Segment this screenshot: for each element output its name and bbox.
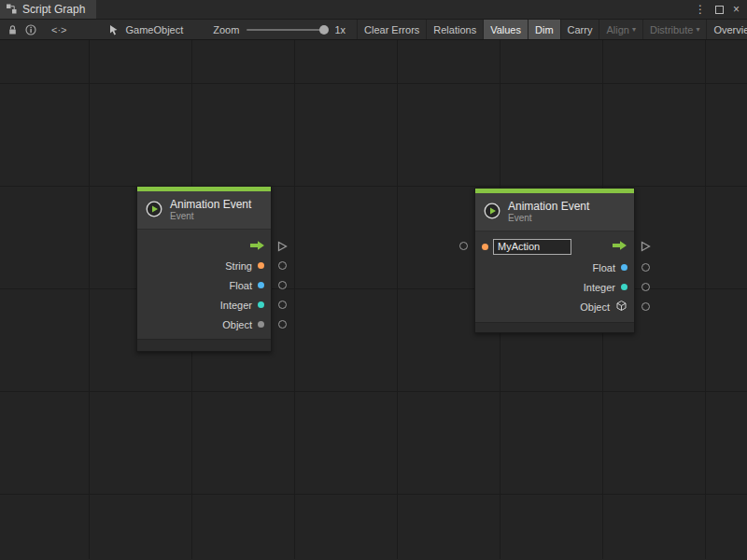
flow-output-port[interactable] — [276, 241, 288, 254]
port-row-string: String — [137, 256, 271, 275]
graph-icon — [6, 3, 17, 17]
float-port-dot — [621, 264, 627, 271]
dim-button[interactable]: Dim — [528, 20, 560, 39]
code-icon[interactable]: <·> — [51, 24, 67, 35]
object-output-port[interactable] — [278, 320, 287, 329]
graph-canvas[interactable]: Animation Event Event String Float — [0, 40, 747, 559]
integer-output-port[interactable] — [278, 301, 287, 309]
node-animation-event-2[interactable]: Animation Event Event Float — [474, 188, 635, 333]
integer-port-dot — [621, 284, 627, 290]
zoom-slider[interactable] — [247, 29, 327, 31]
cube-icon — [615, 300, 627, 314]
close-icon[interactable]: × — [733, 4, 740, 15]
flow-output-port[interactable] — [640, 241, 651, 254]
clear-errors-button[interactable]: Clear Errors — [357, 20, 426, 39]
flow-arrow-icon — [249, 240, 265, 253]
titlebar: Script Graph ⋮ × — [0, 0, 747, 20]
titlebar-spacer — [96, 0, 687, 19]
chevron-down-icon: ▾ — [632, 25, 636, 34]
tab-script-graph[interactable]: Script Graph — [0, 0, 96, 19]
align-button[interactable]: Align▾ — [599, 20, 641, 39]
integer-port-dot — [258, 301, 264, 308]
gameobject-icon — [108, 24, 119, 35]
flow-arrow-icon — [612, 240, 627, 253]
values-button[interactable]: Values — [483, 20, 528, 39]
node-subtitle: Event — [170, 211, 251, 222]
integer-output-port[interactable] — [641, 283, 650, 291]
zoom-value: 1x — [334, 24, 345, 35]
float-port-dot — [258, 282, 264, 288]
info-icon[interactable] — [25, 24, 36, 35]
string-output-port[interactable] — [278, 261, 287, 270]
port-row-float: Float — [475, 258, 634, 277]
node-subtitle: Event — [508, 213, 589, 224]
toolbar-buttons: Clear Errors Relations Values Dim Carry … — [357, 20, 747, 39]
carry-button[interactable]: Carry — [560, 20, 599, 39]
overview-button[interactable]: Overview — [706, 20, 747, 39]
chevron-down-icon: ▾ — [696, 25, 699, 34]
maximize-icon[interactable] — [715, 6, 724, 14]
node-body: String Float Integer Object — [137, 230, 271, 339]
port-row-integer: Integer — [137, 295, 271, 315]
node-footer — [137, 339, 271, 351]
zoom-label: Zoom — [213, 24, 239, 35]
float-output-port[interactable] — [278, 281, 287, 289]
string-port-dot — [482, 244, 488, 250]
node-header[interactable]: Animation Event Event — [137, 191, 271, 230]
node-animation-event-1[interactable]: Animation Event Event String Float — [136, 186, 272, 352]
name-input-row — [475, 235, 634, 258]
gameobject-label[interactable]: GameObject — [126, 24, 184, 35]
play-icon — [146, 201, 162, 219]
zoom-slider-knob[interactable] — [319, 25, 329, 35]
object-output-port[interactable] — [641, 302, 650, 311]
lock-icon[interactable] — [7, 24, 18, 35]
play-icon — [484, 203, 500, 221]
port-row-integer: Integer — [475, 277, 634, 297]
name-input-port[interactable] — [459, 242, 468, 250]
port-row-object: Object — [475, 297, 634, 316]
float-output-port[interactable] — [641, 263, 650, 272]
distribute-button[interactable]: Distribute▾ — [642, 20, 706, 39]
port-row-object: Object — [137, 315, 271, 334]
graph-toolbar: <·> GameObject Zoom 1x Clear Errors Rela… — [0, 20, 747, 40]
object-port-dot — [258, 321, 264, 328]
node-body: Float Integer Object — [475, 231, 634, 322]
kebab-menu-icon[interactable]: ⋮ — [695, 4, 706, 15]
tab-title: Script Graph — [22, 3, 85, 16]
node-title: Animation Event — [170, 198, 251, 211]
event-name-input[interactable] — [493, 239, 571, 255]
node-header[interactable]: Animation Event Event — [475, 193, 634, 231]
flow-output-row — [137, 236, 271, 256]
node-title: Animation Event — [508, 200, 589, 213]
string-port-dot — [258, 262, 264, 269]
node-footer — [475, 322, 634, 332]
port-row-float: Float — [137, 275, 271, 295]
relations-button[interactable]: Relations — [426, 20, 483, 39]
